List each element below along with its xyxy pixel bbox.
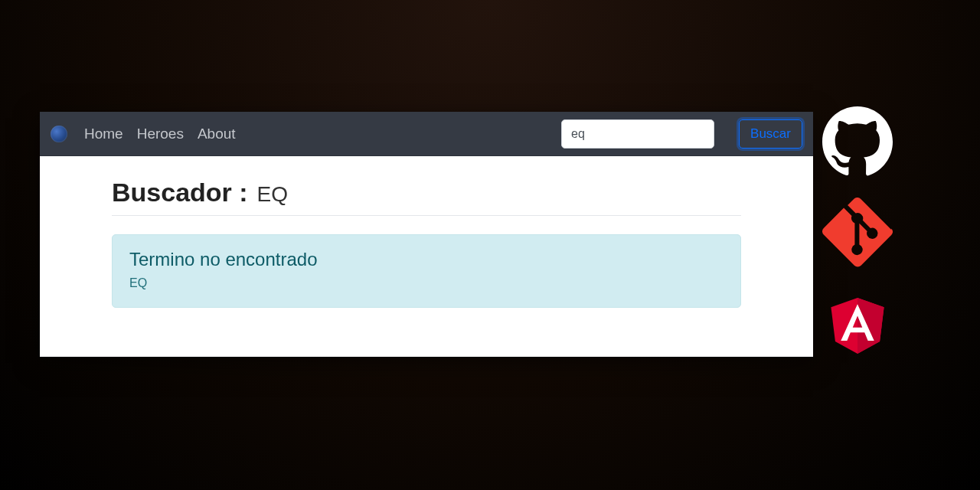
- alert-term: EQ: [129, 276, 724, 290]
- svg-marker-1: [858, 298, 884, 354]
- alert-not-found: Termino no encontrado EQ: [112, 234, 741, 308]
- app-window: Home Heroes About Buscar Buscador : EQ T…: [40, 112, 813, 357]
- nav-about[interactable]: About: [198, 126, 236, 142]
- angular-icon: [822, 289, 893, 360]
- search-button[interactable]: Buscar: [739, 119, 802, 149]
- page-title: Buscador :: [112, 178, 248, 207]
- page-term: EQ: [257, 182, 288, 207]
- navbar: Home Heroes About Buscar: [40, 112, 813, 156]
- page-content: Buscador : EQ Termino no encontrado EQ: [40, 156, 813, 357]
- git-icon: [822, 198, 893, 268]
- brand-logo-icon[interactable]: [51, 126, 67, 142]
- page-heading: Buscador : EQ: [112, 178, 741, 216]
- nav-links: Home Heroes About: [84, 126, 236, 142]
- github-icon: [822, 106, 893, 176]
- alert-title: Termino no encontrado: [129, 249, 724, 270]
- search-input[interactable]: [561, 119, 714, 149]
- tech-stack: [822, 106, 893, 360]
- nav-heroes[interactable]: Heroes: [137, 126, 184, 142]
- nav-home[interactable]: Home: [84, 126, 123, 142]
